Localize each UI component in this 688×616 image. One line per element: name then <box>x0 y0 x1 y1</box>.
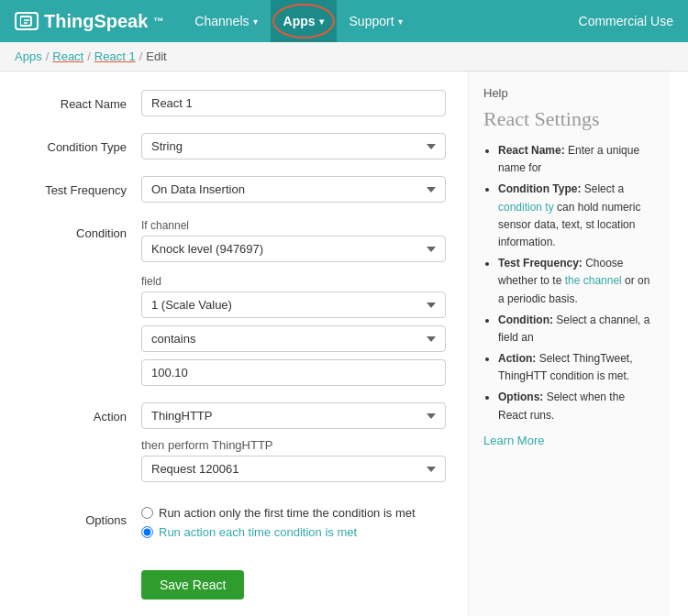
condition-row: Condition If channel Knock level (947697… <box>22 219 446 386</box>
navbar: ThingSpeak™ Channels ▾ Apps ▾ Support ▾ … <box>0 0 688 42</box>
help-heading: React Settings <box>483 107 655 131</box>
channels-caret: ▾ <box>253 16 258 27</box>
breadcrumb-react[interactable]: React <box>52 50 83 63</box>
request-select[interactable]: Request 120061 <box>141 456 446 482</box>
breadcrumb: Apps / React / React 1 / Edit <box>0 42 688 72</box>
option2-label: Run action each time condition is met <box>159 525 357 539</box>
options-block: Run action only the first time the condi… <box>141 506 446 544</box>
brand: ThingSpeak™ <box>15 11 163 32</box>
save-button[interactable]: Save React <box>141 570 244 600</box>
action-row: Action ThingHTTP ThingTweet MATLAB Analy… <box>22 402 446 490</box>
help-section: Help React Settings React Name: Enter a … <box>468 72 670 616</box>
react-name-wrap <box>141 90 446 116</box>
contains-select[interactable]: contains equals starts with ends with <box>141 325 446 352</box>
apps-caret: ▾ <box>319 16 324 27</box>
help-bold-3: Test Frequency: <box>498 257 583 270</box>
help-item-3: Test Frequency: Choose whether to te the… <box>498 255 655 308</box>
help-title: Help <box>483 86 655 100</box>
field-sub-label: field <box>141 275 446 288</box>
threshold-input[interactable] <box>141 359 446 386</box>
option1-row: Run action only the first time the condi… <box>141 506 446 520</box>
then-label: then perform ThingHTTP <box>141 438 446 452</box>
action-label: Action <box>22 402 141 424</box>
brand-icon <box>15 12 39 30</box>
support-caret: ▾ <box>398 16 403 27</box>
help-item-4: Condition: Select a channel, a field an <box>498 312 655 346</box>
option1-radio[interactable] <box>141 507 153 519</box>
save-spacer <box>22 561 141 568</box>
brand-name: ThingSpeak <box>44 11 148 32</box>
test-frequency-row: Test Frequency On Data Insertion Periodi… <box>22 176 446 203</box>
field-select[interactable]: 1 (Scale Value) 2 3 <box>141 292 446 318</box>
nav-support[interactable]: Support ▾ <box>337 0 416 42</box>
condition-type-select[interactable]: String Numeric <box>141 133 446 160</box>
option1-label: Run action only the first time the condi… <box>159 506 416 520</box>
options-row: Options Run action only the first time t… <box>22 506 446 544</box>
help-list: React Name: Enter a unique name for Cond… <box>483 142 655 424</box>
sep1: / <box>46 50 50 63</box>
learn-more-link[interactable]: Learn More <box>483 434 655 447</box>
test-frequency-select[interactable]: On Data Insertion Periodic <box>141 176 446 203</box>
test-frequency-label: Test Frequency <box>22 176 141 197</box>
option2-radio[interactable] <box>141 526 153 538</box>
nav-channels[interactable]: Channels ▾ <box>182 0 270 42</box>
sep3: / <box>139 50 143 63</box>
react-name-label: React Name <box>22 90 141 111</box>
condition-type-row: Condition Type String Numeric <box>22 133 446 160</box>
condition-block: If channel Knock level (947697) field 1 … <box>141 219 446 386</box>
commercial-use-link[interactable]: Commercial Use <box>579 14 673 28</box>
condition-type-wrap: String Numeric <box>141 133 446 160</box>
if-channel-label: If channel <box>141 219 446 232</box>
condition-label: Condition <box>22 219 141 240</box>
help-bold-5: Action: <box>498 352 536 365</box>
help-item-2: Condition Type: Select a condition ty ca… <box>498 181 655 251</box>
form-section: React Name Condition Type String Numeric… <box>0 72 468 616</box>
svg-rect-0 <box>20 16 31 26</box>
save-row: Save React <box>22 561 446 600</box>
test-frequency-wrap: On Data Insertion Periodic <box>141 176 446 203</box>
action-block: ThingHTTP ThingTweet MATLAB Analysis the… <box>141 402 446 490</box>
help-bold-2: Condition Type: <box>498 182 581 195</box>
breadcrumb-react1[interactable]: React 1 <box>94 50 136 63</box>
help-bold-4: Condition: <box>498 314 553 326</box>
react-name-input[interactable] <box>141 90 446 116</box>
condition-type-label: Condition Type <box>22 133 141 154</box>
action-select[interactable]: ThingHTTP ThingTweet MATLAB Analysis <box>141 402 446 429</box>
main-content: React Name Condition Type String Numeric… <box>0 72 688 616</box>
options-label: Options <box>22 506 141 527</box>
help-bold-6: Options: <box>498 390 543 403</box>
help-item-5: Action: Select ThingTweet, ThingHTT cond… <box>498 350 655 385</box>
breadcrumb-apps[interactable]: Apps <box>15 50 42 63</box>
sep2: / <box>87 50 91 63</box>
breadcrumb-edit: Edit <box>146 50 166 63</box>
help-bold-1: React Name: <box>498 144 565 157</box>
nav-links: Channels ▾ Apps ▾ Support ▾ <box>182 0 578 42</box>
save-wrap: Save React <box>141 561 244 600</box>
help-item-6: Options: Select when the React runs. <box>498 389 655 424</box>
react-name-row: React Name <box>22 90 446 116</box>
help-item-1: React Name: Enter a unique name for <box>498 142 655 177</box>
nav-apps[interactable]: Apps ▾ <box>271 0 337 42</box>
if-channel-select[interactable]: Knock level (947697) <box>141 236 446 262</box>
brand-tm: ™ <box>153 16 163 27</box>
option2-row: Run action each time condition is met <box>141 525 446 539</box>
